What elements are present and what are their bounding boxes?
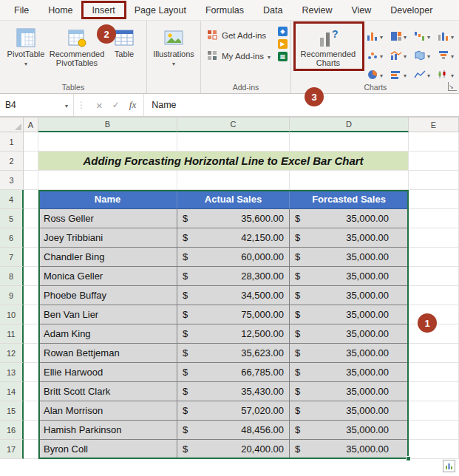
cell[interactable] — [409, 440, 459, 459]
cell[interactable] — [24, 248, 38, 267]
forecast-sales-cell[interactable]: $ 35,000.00 — [290, 286, 409, 305]
cell[interactable] — [24, 344, 38, 363]
actual-sales-cell[interactable]: $ 20,400.00 — [177, 440, 290, 459]
cancel-icon[interactable] — [96, 99, 103, 112]
cell[interactable] — [24, 401, 38, 421]
name-cell[interactable]: Ross Geller — [38, 209, 177, 228]
name-cell[interactable]: Byron Coll — [38, 440, 177, 459]
row-header[interactable]: 12 — [0, 344, 24, 363]
cell[interactable] — [409, 344, 459, 363]
cell[interactable] — [409, 152, 459, 171]
column-header-a[interactable]: A — [24, 118, 38, 132]
row-header[interactable]: 14 — [0, 382, 24, 401]
cell[interactable] — [290, 132, 409, 152]
my-addins-button[interactable]: My Add-ins — [204, 47, 273, 65]
row-header-4[interactable]: 4 — [0, 190, 24, 209]
actual-sales-cell[interactable]: $ 48,456.00 — [177, 421, 290, 440]
row-header-3[interactable]: 3 — [0, 171, 24, 190]
pivottable-button[interactable]: PivotTable — [3, 24, 49, 68]
line-chart-button[interactable] — [414, 67, 433, 83]
forecast-sales-cell[interactable]: $ 35,000.00 — [290, 267, 409, 286]
title-cell[interactable]: Adding Forcasting Horizontal Line to Exc… — [38, 152, 409, 171]
cell[interactable] — [24, 286, 38, 305]
forecast-sales-cell[interactable]: $ 35,000.00 — [290, 344, 409, 363]
tab-view[interactable]: View — [341, 0, 381, 20]
enter-icon[interactable] — [112, 100, 120, 110]
cell[interactable] — [24, 363, 38, 382]
actual-sales-cell[interactable]: $ 12,500.00 — [177, 324, 290, 344]
cell[interactable] — [24, 305, 38, 324]
row-header[interactable]: 7 — [0, 248, 24, 267]
cell[interactable] — [24, 152, 38, 171]
cell[interactable] — [290, 171, 409, 190]
stock-chart-button[interactable] — [438, 67, 457, 83]
forecast-sales-cell[interactable]: $ 35,000.00 — [290, 324, 409, 344]
quick-analysis-button[interactable] — [443, 460, 455, 472]
name-cell[interactable]: Phoebe Buffay — [38, 286, 177, 305]
forecast-sales-cell[interactable]: $ 35,000.00 — [290, 209, 409, 228]
row-header-1[interactable]: 1 — [0, 132, 24, 152]
cell[interactable] — [409, 132, 459, 152]
row-header-2[interactable]: 2 — [0, 152, 24, 171]
pivot-chart-button[interactable] — [438, 28, 457, 44]
get-addins-button[interactable]: Get Add-ins — [204, 27, 273, 44]
cell[interactable] — [409, 382, 459, 401]
forecast-sales-cell[interactable]: $ 35,000.00 — [290, 401, 409, 421]
row-header[interactable]: 9 — [0, 286, 24, 305]
row-header[interactable]: 8 — [0, 267, 24, 286]
cell[interactable] — [409, 267, 459, 286]
tab-data[interactable]: Data — [254, 0, 292, 20]
actual-sales-cell[interactable]: $ 66,785.00 — [177, 363, 290, 382]
people-graph-addin-icon[interactable]: ▶ — [278, 39, 288, 49]
name-cell[interactable]: Adam King — [38, 324, 177, 344]
cell[interactable] — [409, 286, 459, 305]
actual-sales-cell[interactable]: $ 34,500.00 — [177, 286, 290, 305]
name-cell[interactable]: Monica Geller — [38, 267, 177, 286]
cell[interactable] — [409, 171, 459, 190]
pie-chart-button[interactable] — [367, 67, 386, 83]
row-header[interactable]: 10 — [0, 305, 24, 324]
cell[interactable] — [409, 228, 459, 248]
forecast-sales-cell[interactable]: $ 35,000.00 — [290, 248, 409, 267]
funnel-chart-button[interactable] — [438, 47, 457, 64]
recommended-pivottables-button[interactable]: Recommended PivotTables — [49, 24, 105, 68]
cell[interactable] — [409, 421, 459, 440]
tab-file[interactable]: File — [4, 0, 38, 20]
row-header[interactable]: 11 — [0, 324, 24, 344]
row-header[interactable]: 15 — [0, 401, 24, 421]
cell[interactable] — [177, 132, 290, 152]
forecast-sales-cell[interactable]: $ 35,000.00 — [290, 305, 409, 324]
name-cell[interactable]: Chandler Bing — [38, 248, 177, 267]
map-chart-button[interactable] — [414, 47, 433, 64]
name-cell[interactable]: Joey Tribbiani — [38, 228, 177, 248]
cell[interactable] — [38, 132, 177, 152]
waterfall-chart-button[interactable] — [414, 28, 433, 44]
forecast-sales-cell[interactable]: $ 35,000.00 — [290, 382, 409, 401]
actual-sales-cell[interactable]: $ 35,600.00 — [177, 209, 290, 228]
row-header[interactable]: 5 — [0, 209, 24, 228]
actual-sales-cell[interactable]: $ 75,000.00 — [177, 305, 290, 324]
insert-function-button[interactable]: fx — [129, 99, 136, 111]
cell[interactable] — [409, 190, 459, 209]
cell[interactable] — [409, 248, 459, 267]
bing-maps-addin-icon[interactable]: ▦ — [278, 52, 288, 61]
name-cell[interactable]: Rowan Bettjeman — [38, 344, 177, 363]
tab-insert[interactable]: Insert — [83, 0, 125, 20]
cell[interactable] — [24, 190, 38, 209]
column-chart-button[interactable] — [367, 28, 386, 44]
name-cell[interactable]: Alan Morrison — [38, 401, 177, 421]
row-header[interactable]: 16 — [0, 421, 24, 440]
cell[interactable] — [24, 440, 38, 459]
cell[interactable] — [409, 401, 459, 421]
forecast-sales-cell[interactable]: $ 35,000.00 — [290, 440, 409, 459]
actual-sales-cell[interactable]: $ 35,623.00 — [177, 344, 290, 363]
visio-addin-icon[interactable]: ◆ — [278, 27, 288, 36]
tab-page-layout[interactable]: Page Layout — [125, 0, 196, 20]
table-header-actual-sales[interactable]: Actual Sales — [177, 190, 290, 209]
actual-sales-cell[interactable]: $ 60,000.00 — [177, 248, 290, 267]
forecast-sales-cell[interactable]: $ 35,000.00 — [290, 228, 409, 248]
table-header-name[interactable]: Name — [38, 190, 177, 209]
cell[interactable] — [177, 171, 290, 190]
row-header[interactable]: 17 — [0, 440, 24, 459]
column-header-d[interactable]: D — [290, 118, 409, 132]
